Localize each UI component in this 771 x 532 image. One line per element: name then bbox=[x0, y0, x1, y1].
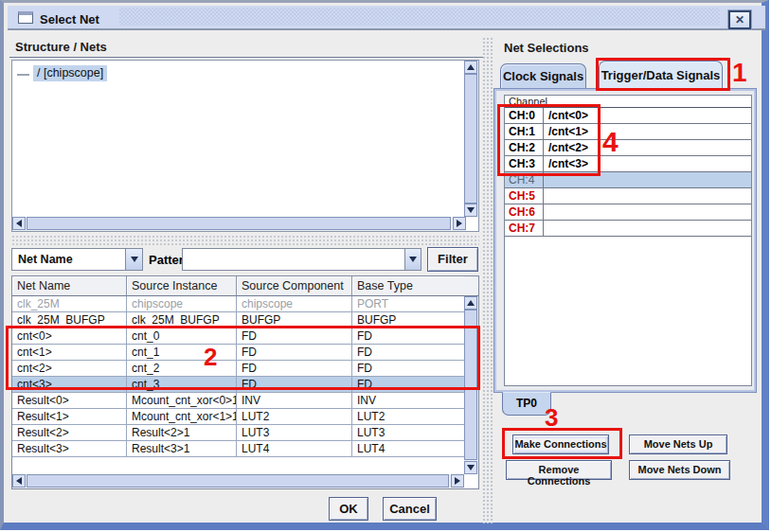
table-cell: LUT4 bbox=[237, 441, 352, 457]
net-table-header-corner bbox=[464, 276, 478, 296]
table-cell: cnt_1 bbox=[127, 345, 237, 361]
channel-label: CH:5 bbox=[505, 188, 544, 204]
move-nets-down-button[interactable]: Move Nets Down bbox=[629, 460, 730, 480]
channel-label: CH:2 bbox=[505, 140, 544, 155]
tab-trigger-data-signals[interactable]: Trigger/Data Signals bbox=[599, 61, 723, 88]
filter-button[interactable]: Filter bbox=[427, 247, 478, 272]
tab-clock-signals[interactable]: Clock Signals bbox=[500, 63, 586, 88]
channel-net: /cnt<2> bbox=[544, 140, 751, 155]
make-connections-button[interactable]: Make Connections bbox=[512, 434, 609, 454]
scroll-right-button[interactable] bbox=[451, 474, 464, 488]
table-cell: FD bbox=[352, 345, 464, 361]
table-row[interactable]: cnt<0>cnt_0FDFD bbox=[12, 328, 464, 345]
table-cell: FD bbox=[352, 377, 464, 393]
channel-net: /cnt<1> bbox=[544, 124, 751, 139]
channel-label: CH:6 bbox=[505, 204, 544, 220]
table-cell: PORT bbox=[352, 296, 464, 312]
net-table-horizontal-scrollbar[interactable] bbox=[12, 474, 464, 488]
scroll-down-button[interactable] bbox=[464, 204, 477, 217]
table-row[interactable]: clk_25M_BUFGPclk_25M_BUFGPBUFGPBUFGP bbox=[12, 312, 464, 328]
column-header[interactable]: Base Type bbox=[352, 276, 464, 296]
channel-net bbox=[544, 221, 751, 236]
tree-vertical-scrollbar[interactable] bbox=[464, 61, 478, 217]
channel-net: /cnt<3> bbox=[544, 156, 751, 171]
scrollbar-thumb[interactable] bbox=[464, 310, 477, 460]
ok-button[interactable]: OK bbox=[329, 497, 368, 521]
scrollbar-thumb[interactable] bbox=[27, 474, 449, 488]
title-bar[interactable]: Select Net ✕ bbox=[8, 6, 765, 30]
scroll-up-button[interactable] bbox=[464, 61, 477, 74]
table-cell: LUT2 bbox=[352, 409, 464, 425]
channel-label: CH:1 bbox=[505, 124, 544, 139]
table-cell: Result<3>1 bbox=[127, 441, 237, 457]
table-cell: INV bbox=[237, 393, 352, 409]
table-row[interactable]: cnt<2>cnt_2FDFD bbox=[12, 361, 464, 377]
pattern-combo-arrow-button[interactable] bbox=[404, 248, 421, 271]
channel-net bbox=[544, 204, 751, 220]
scroll-left-button[interactable] bbox=[12, 217, 26, 230]
cancel-button[interactable]: Cancel bbox=[383, 497, 437, 521]
channel-row[interactable]: CH:4 bbox=[505, 172, 751, 188]
remove-connections-button[interactable]: Remove Connections bbox=[506, 460, 612, 480]
scroll-left-button[interactable] bbox=[12, 474, 26, 488]
column-header[interactable]: Source Instance bbox=[127, 276, 237, 296]
table-cell: clk_25M_BUFGP bbox=[127, 312, 237, 328]
scroll-right-button[interactable] bbox=[453, 217, 466, 230]
scrollbar-thumb[interactable] bbox=[464, 74, 477, 204]
table-cell: Result<2>1 bbox=[127, 425, 237, 441]
table-cell: FD bbox=[237, 361, 352, 377]
table-cell: FD bbox=[237, 345, 352, 361]
net-table: Net NameSource InstanceSource ComponentB… bbox=[11, 275, 479, 489]
close-button[interactable]: ✕ bbox=[728, 10, 751, 29]
table-cell: LUT3 bbox=[237, 425, 352, 441]
tab-tp0[interactable]: TP0 bbox=[502, 392, 551, 416]
tree-node-chipscope[interactable]: / [chipscope] bbox=[33, 65, 107, 81]
channel-row[interactable]: CH:7 bbox=[505, 221, 751, 237]
table-cell: Mcount_cnt_xor<0>11... bbox=[127, 393, 237, 409]
channel-row[interactable]: CH:3/cnt<3> bbox=[505, 156, 751, 172]
table-row[interactable]: clk_25MchipscopechipscopePORT bbox=[12, 296, 464, 312]
table-row[interactable]: Result<1>Mcount_cnt_xor<1>11LUT2LUT2 bbox=[12, 409, 464, 425]
down-arrow-icon bbox=[467, 465, 475, 470]
channel-label: CH:0 bbox=[505, 108, 544, 123]
move-nets-up-button[interactable]: Move Nets Up bbox=[629, 434, 727, 454]
pattern-input[interactable] bbox=[182, 248, 404, 271]
titlebar-texture bbox=[119, 8, 720, 26]
table-cell: LUT2 bbox=[237, 409, 352, 425]
table-cell: clk_25M_BUFGP bbox=[12, 312, 127, 328]
left-arrow-icon bbox=[16, 220, 22, 227]
structure-tree-panel[interactable] bbox=[11, 60, 479, 232]
channel-row[interactable]: CH:5 bbox=[505, 188, 751, 204]
table-row[interactable]: cnt<3>cnt_3FDFD bbox=[12, 377, 464, 393]
table-cell: Result<0> bbox=[12, 393, 127, 409]
scrollbar-thumb[interactable] bbox=[27, 217, 451, 230]
channel-net bbox=[544, 172, 751, 187]
net-selections-header: Net Selections bbox=[504, 41, 589, 55]
left-arrow-icon bbox=[16, 477, 22, 485]
header-divider bbox=[9, 57, 483, 58]
table-cell: FD bbox=[237, 328, 352, 345]
splitter[interactable] bbox=[11, 235, 479, 245]
panel-gap-texture bbox=[482, 37, 493, 523]
table-cell: cnt_3 bbox=[127, 377, 237, 393]
net-name-field-selector[interactable]: Net Name bbox=[11, 248, 143, 271]
channel-row[interactable]: CH:0/cnt<0> bbox=[505, 108, 751, 124]
combo-arrow-button[interactable] bbox=[125, 249, 142, 270]
channel-row[interactable]: CH:2/cnt<2> bbox=[505, 140, 751, 156]
right-arrow-icon bbox=[455, 477, 460, 485]
column-header[interactable]: Net Name bbox=[12, 276, 127, 296]
table-cell: INV bbox=[352, 393, 464, 409]
scroll-up-button[interactable] bbox=[464, 296, 477, 310]
select-net-dialog: Select Net ✕ Structure / Nets / [chipsco… bbox=[0, 0, 771, 532]
net-table-vertical-scrollbar[interactable] bbox=[464, 296, 478, 474]
column-header[interactable]: Source Component bbox=[237, 276, 352, 296]
channel-row[interactable]: CH:1/cnt<1> bbox=[505, 124, 751, 140]
channel-row[interactable]: CH:6 bbox=[505, 204, 751, 221]
scroll-down-button[interactable] bbox=[464, 461, 477, 474]
window-icon bbox=[18, 11, 33, 24]
table-row[interactable]: cnt<1>cnt_1FDFD bbox=[12, 345, 464, 361]
table-row[interactable]: Result<0>Mcount_cnt_xor<0>11...INVINV bbox=[12, 393, 464, 409]
table-row[interactable]: Result<3>Result<3>1LUT4LUT4 bbox=[12, 441, 464, 457]
tree-horizontal-scrollbar[interactable] bbox=[12, 217, 466, 231]
table-row[interactable]: Result<2>Result<2>1LUT3LUT3 bbox=[12, 425, 464, 441]
